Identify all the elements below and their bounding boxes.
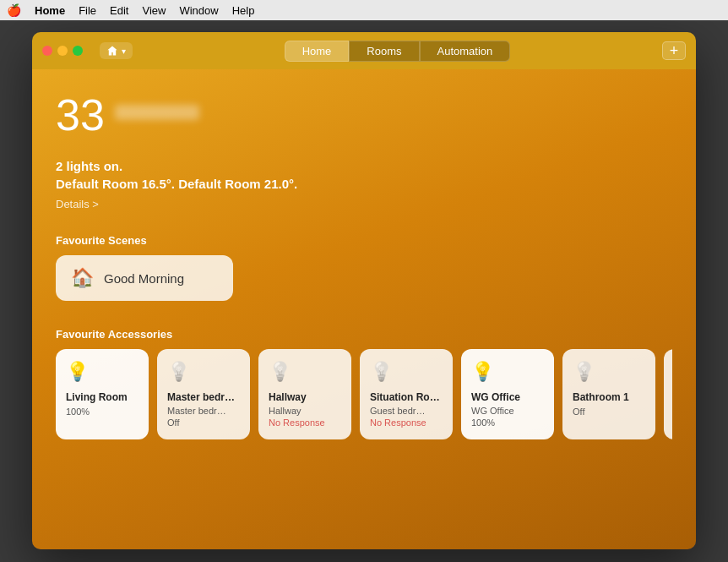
scene-name: Good Morning (104, 271, 184, 286)
apple-menu[interactable]: 🍎 (7, 3, 21, 17)
accessories-row: 💡 Living Room 100% 💡 Master bedr… Master… (56, 349, 672, 439)
tab-rooms[interactable]: Rooms (349, 41, 419, 62)
accessory-name: Hallway (269, 391, 341, 405)
accessory-status: Off (167, 417, 240, 428)
accessory-name: Master bedr… (167, 391, 240, 405)
status-line1: 2 lights on. (56, 157, 672, 175)
accessory-name: Situation Ro… (370, 391, 443, 405)
bulb-icon: 💡 (269, 361, 341, 383)
app-window: ▾ Home Rooms Automation + 33 2 lights on… (32, 32, 696, 549)
accessory-situation-room[interactable]: 💡 Situation Ro… Guest bedr… No Response (360, 349, 453, 439)
accessory-sub: Hallway (269, 406, 341, 416)
home-nav-button[interactable]: ▾ (100, 42, 133, 59)
accessory-name: Living Room (66, 391, 139, 405)
bulb-icon: 💡 (471, 361, 544, 383)
accessory-bathroom2[interactable]: 💡 Bathroom 2 Off (664, 349, 672, 439)
bulb-icon: 💡 (573, 361, 645, 383)
weather-blur (115, 105, 199, 120)
menu-file[interactable]: File (79, 4, 96, 17)
weather-section: 33 (56, 93, 672, 137)
status-text: 2 lights on. Default Room 16.5°. Default… (56, 157, 672, 193)
accessory-bathroom1[interactable]: 💡 Bathroom 1 Off (562, 349, 655, 439)
close-button[interactable] (42, 46, 52, 56)
accessories-section-label: Favourite Accessories (56, 328, 672, 341)
menu-bar: 🍎 Home File Edit View Window Help (0, 0, 728, 20)
accessory-status: No Response (269, 417, 341, 428)
minimize-button[interactable] (57, 46, 68, 56)
accessory-status: Off (573, 406, 645, 417)
menu-help[interactable]: Help (232, 4, 255, 17)
accessory-sub: Guest bedr… (370, 406, 443, 416)
home-icon (106, 45, 118, 57)
add-button[interactable]: + (662, 41, 686, 60)
accessory-name: Bathroom 1 (573, 391, 645, 405)
accessory-hallway[interactable]: 💡 Hallway Hallway No Response (258, 349, 351, 439)
tab-bar: Home Rooms Automation (143, 41, 652, 62)
accessory-status: No Response (370, 417, 443, 428)
tab-automation[interactable]: Automation (420, 41, 511, 62)
accessory-master-bedroom[interactable]: 💡 Master bedr… Master bedr… Off (157, 349, 250, 439)
menu-home[interactable]: Home (35, 4, 65, 17)
scene-good-morning[interactable]: 🏠 Good Morning (56, 255, 233, 301)
bulb-icon: 💡 (370, 361, 443, 383)
title-bar: ▾ Home Rooms Automation + (32, 32, 696, 69)
bulb-icon: 💡 (66, 361, 139, 383)
accessory-sub: Master bedr… (167, 406, 240, 416)
accessory-status: 100% (471, 417, 544, 428)
accessory-name: WG Office (471, 391, 544, 405)
temperature-display: 33 (56, 93, 105, 137)
traffic-lights (42, 46, 83, 56)
menu-window[interactable]: Window (179, 4, 218, 17)
accessory-status: 100% (66, 406, 139, 417)
menu-view[interactable]: View (142, 4, 166, 17)
scenes-section-label: Favourite Scenes (56, 234, 672, 247)
tab-home[interactable]: Home (285, 41, 350, 62)
menu-edit[interactable]: Edit (110, 4, 128, 17)
status-line2: Default Room 16.5°. Default Room 21.0°. (56, 175, 672, 193)
details-link[interactable]: Details > (56, 198, 672, 210)
accessory-living-room[interactable]: 💡 Living Room 100% (56, 349, 149, 439)
chevron-down-icon: ▾ (122, 46, 126, 56)
accessory-wg-office[interactable]: 💡 WG Office WG Office 100% (461, 349, 554, 439)
maximize-button[interactable] (73, 46, 83, 56)
bulb-icon: 💡 (167, 361, 240, 383)
main-content: 33 2 lights on. Default Room 16.5°. Defa… (32, 69, 696, 549)
accessory-sub: WG Office (471, 406, 544, 416)
scene-home-icon: 🏠 (71, 267, 94, 289)
